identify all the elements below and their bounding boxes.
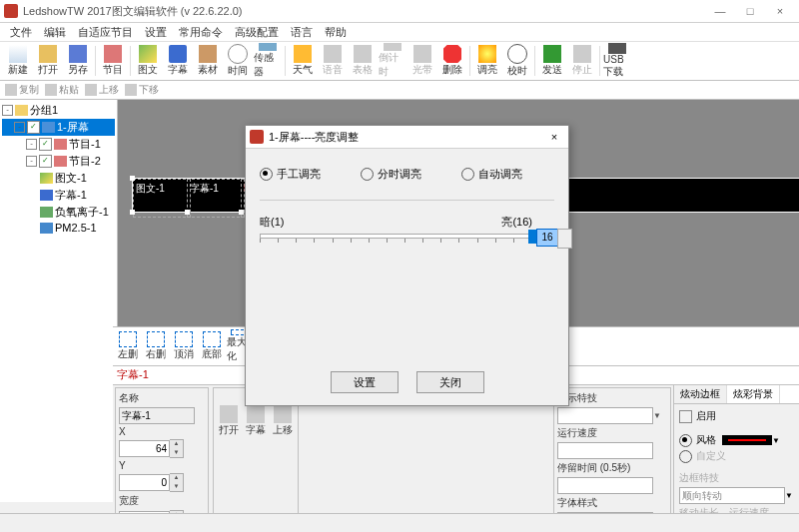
align-底部[interactable]: 底部 (199, 329, 225, 363)
align-右删[interactable]: 右删 (143, 329, 169, 363)
表格-icon (354, 45, 372, 63)
天气-icon (294, 45, 312, 63)
brightness-dialog: 1-屏幕----亮度调整 × 手工调亮 分时调亮 自动调亮 暗(1)亮(16) … (245, 125, 569, 406)
align-左删[interactable]: 左删 (115, 329, 141, 363)
menu-0[interactable]: 文件 (4, 23, 38, 41)
光带-icon (413, 45, 431, 63)
tb-发送[interactable]: 发送 (537, 43, 567, 79)
校时-icon (507, 44, 527, 64)
close-button[interactable]: × (765, 1, 795, 21)
name-input[interactable] (119, 407, 195, 424)
x-input[interactable] (119, 440, 170, 457)
speed-input[interactable] (557, 442, 653, 459)
stay-input[interactable] (557, 477, 653, 494)
tb-USB下载[interactable]: USB下载 (602, 43, 632, 79)
menu-bar: 文件编辑自适应节目设置常用命令高级配置语言帮助 (0, 23, 799, 42)
maximize-button[interactable]: □ (735, 1, 765, 21)
slider-thumb[interactable] (528, 230, 536, 244)
prop-上移[interactable]: 上移 (270, 405, 295, 437)
tb-语音: 语音 (318, 43, 348, 79)
brightness-slider[interactable]: 16 (260, 232, 554, 256)
dialog-cancel-button[interactable]: 关闭 (416, 371, 484, 393)
tab-background[interactable]: 炫彩背景 (727, 385, 780, 403)
字幕-icon (169, 45, 187, 63)
name-label: 名称 (119, 391, 149, 405)
tb2-下移: 下移 (122, 83, 162, 97)
y-spinner[interactable]: ▲▼ (170, 473, 184, 492)
tb-删除[interactable]: 删除 (437, 43, 467, 79)
tree-PM2.5-1[interactable]: PM2.5-1 (2, 221, 115, 235)
menu-1[interactable]: 编辑 (38, 23, 72, 41)
USB下载-icon (608, 43, 626, 54)
dialog-titlebar[interactable]: 1-屏幕----亮度调整 × (246, 126, 568, 149)
enable-checkbox[interactable] (679, 410, 692, 423)
tab-border[interactable]: 炫动边框 (674, 385, 727, 403)
align-顶消[interactable]: 顶消 (171, 329, 197, 363)
menu-7[interactable]: 帮助 (319, 23, 353, 41)
prop-打开[interactable]: 打开 (217, 405, 242, 437)
effect-group: 显示特技 ▼ 运行速度 停留时间 (0.5秒) 字体样式 字体色彩 (553, 387, 671, 532)
menu-3[interactable]: 设置 (139, 23, 173, 41)
window-title: LedshowTW 2017图文编辑软件 (v 22.6.22.0) (23, 4, 705, 19)
tb-调亮[interactable]: 调亮 (472, 43, 502, 79)
brightness-value[interactable]: 16 (536, 229, 558, 247)
tree-节目-1[interactable]: -✓节目-1 (2, 136, 115, 153)
tb-传感器[interactable]: 传感器 (253, 43, 283, 79)
x-spinner[interactable]: ▲▼ (170, 439, 184, 458)
tree-节目-2[interactable]: -✓节目-2 (2, 153, 115, 170)
tb-打开[interactable]: 打开 (33, 43, 63, 79)
border-panel: 炫动边框 炫彩背景 启用 风格 ▼ 自定义 边框特技 ▼ 移动步长运行速度 ▼ … (673, 385, 799, 532)
mode-radio-group: 手工调亮 分时调亮 自动调亮 (260, 167, 554, 182)
tb-素材[interactable]: 素材 (193, 43, 223, 79)
menu-5[interactable]: 高级配置 (229, 23, 285, 41)
radio-manual[interactable] (260, 168, 273, 181)
y-input[interactable] (119, 474, 170, 491)
menu-4[interactable]: 常用命令 (173, 23, 229, 41)
preview-cell-2[interactable]: 字幕-1 (187, 179, 245, 218)
tree-root[interactable]: -分组1 (2, 102, 115, 119)
tb-时间[interactable]: 时间 (223, 43, 253, 79)
停止-icon (573, 45, 591, 63)
app-icon (4, 4, 18, 18)
tree-字幕-1[interactable]: 字幕-1 (2, 187, 115, 204)
slider-min-label: 暗(1) (260, 215, 284, 230)
custom-radio[interactable] (679, 450, 692, 463)
preview-cell-1[interactable]: 图文-1 (133, 179, 191, 218)
tb-新建[interactable]: 新建 (3, 43, 33, 79)
tree-图文-1[interactable]: 图文-1 (2, 170, 115, 187)
slider-max-label: 亮(16) (501, 215, 532, 230)
dialog-ok-button[interactable]: 设置 (331, 371, 399, 393)
menu-6[interactable]: 语言 (285, 23, 319, 41)
倒计时-icon (384, 43, 401, 51)
fx-select[interactable] (557, 407, 653, 424)
tb-天气[interactable]: 天气 (288, 43, 318, 79)
style-preview[interactable] (722, 435, 772, 445)
删除-icon (443, 45, 461, 63)
tb-校时[interactable]: 校时 (502, 43, 532, 79)
menu-2[interactable]: 自适应节目 (72, 23, 139, 41)
style-radio[interactable] (679, 434, 692, 447)
tb-图文[interactable]: 图文 (133, 43, 163, 79)
prop-字幕[interactable]: 字幕 (244, 405, 269, 437)
radio-auto[interactable] (461, 168, 474, 181)
radio-timed[interactable] (361, 168, 374, 181)
tb-字幕[interactable]: 字幕 (163, 43, 193, 79)
语音-icon (324, 45, 342, 63)
tb-光带: 光带 (407, 43, 437, 79)
发送-icon (543, 45, 561, 63)
brightness-spinner[interactable] (557, 229, 572, 249)
时间-icon (228, 44, 248, 64)
status-bar (0, 513, 799, 532)
tb-倒计时: 倒计时 (378, 43, 407, 79)
tb-节目[interactable]: 节目 (98, 43, 128, 79)
tree-负氧离子-1[interactable]: 负氧离子-1 (2, 204, 115, 221)
border-fx-select[interactable] (679, 487, 785, 504)
dialog-close-button[interactable]: × (544, 131, 564, 143)
tb-另存[interactable]: 另存 (63, 43, 93, 79)
tree-screen[interactable]: -✓1-屏幕 (2, 119, 115, 136)
tb-停止: 停止 (567, 43, 597, 79)
打开-icon (39, 45, 57, 63)
action-group: 打开字幕上移 (213, 387, 299, 532)
title-bar: LedshowTW 2017图文编辑软件 (v 22.6.22.0) — □ × (0, 0, 799, 23)
minimize-button[interactable]: — (705, 1, 735, 21)
